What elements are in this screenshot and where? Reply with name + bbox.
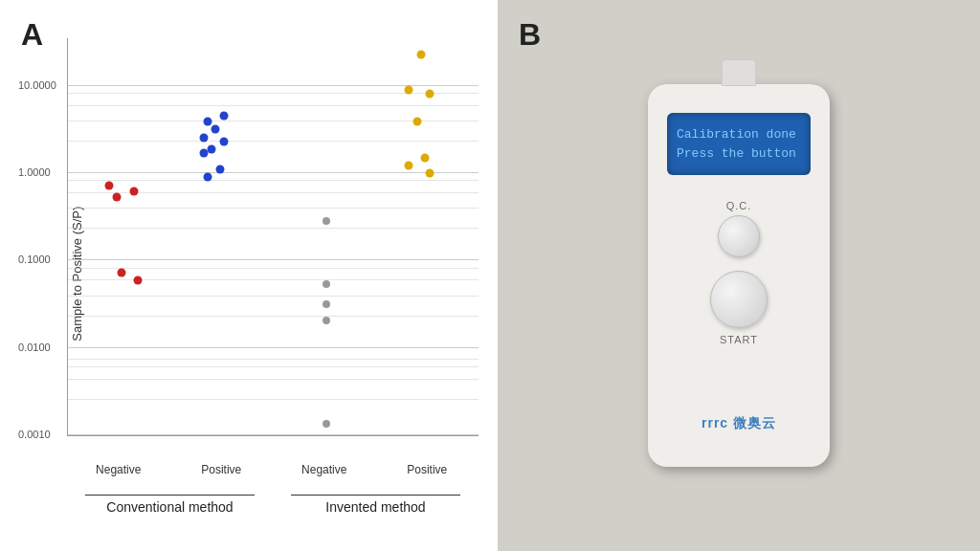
gridline-minor-15 — [68, 105, 479, 106]
gridline-minor-16 — [68, 93, 479, 94]
ytick-1000: 0.1000 — [18, 253, 51, 265]
dot-conv-pos-7 — [199, 149, 208, 158]
panel-label-a: A — [21, 17, 43, 53]
ytick-10000: 1.0000 — [18, 166, 51, 178]
dot-inv-neg-2 — [323, 280, 330, 288]
group-inv-label: Invented method — [325, 499, 425, 515]
gridline-minor-5 — [68, 316, 479, 317]
dot-inv-pos-4 — [412, 118, 421, 126]
ytick-100000: 10.0000 — [18, 79, 56, 91]
screen-line-2: Press the button — [677, 144, 801, 164]
x-conv-pos: Positive — [170, 463, 274, 476]
x-label-conv-pos: Positive — [201, 463, 241, 476]
dot-conv-pos-2 — [220, 111, 229, 120]
chart-panel: A Sample to Positive (S/P) 0.0010 0.0100… — [0, 0, 498, 551]
start-button[interactable] — [710, 271, 768, 328]
gridline-0: 0.0010 — [68, 434, 479, 435]
ytick-0010: 0.0010 — [18, 429, 51, 440]
dot-conv-neg-2 — [129, 187, 138, 195]
chart-area: 0.0010 0.0100 0.1000 1.0000 10.0000 — [67, 38, 479, 436]
gridline-minor-4 — [68, 359, 479, 360]
dot-conv-neg-3 — [104, 181, 113, 189]
dot-inv-neg-4 — [323, 317, 330, 324]
dot-inv-neg-5 — [323, 420, 330, 428]
x-label-inv-pos: Positive — [407, 463, 447, 476]
gridline-minor-12 — [68, 180, 479, 181]
x-axis-container: Negative Positive Negative Positive — [67, 463, 479, 476]
brand-label: rrrc 微奥云 — [702, 415, 776, 432]
device-panel: B Calibration done Press the button Q.C.… — [498, 0, 980, 551]
dot-conv-pos-6 — [208, 145, 216, 154]
x-inv-neg: Negative — [273, 463, 376, 476]
gridline-1: 0.0100 — [68, 347, 479, 348]
gridline-2: 0.1000 — [68, 259, 479, 260]
dot-conv-pos-9 — [203, 173, 212, 182]
dot-conv-pos-8 — [215, 165, 224, 173]
device-wrapper: Calibration done Press the button Q.C. S… — [498, 0, 980, 551]
gridline-minor-13 — [68, 141, 479, 142]
gridline-minor-8 — [68, 268, 479, 269]
gridline-minor-7 — [68, 279, 479, 280]
dot-conv-neg-5 — [133, 276, 142, 285]
dot-inv-pos-7 — [425, 169, 434, 178]
group-labels-row: Conventional method Invented method — [67, 495, 479, 516]
gridline-minor-10 — [68, 208, 479, 209]
x-inv-pos: Positive — [376, 463, 479, 476]
x-label-conv-neg: Negative — [96, 463, 141, 476]
ytick-0100: 0.0100 — [18, 342, 51, 353]
group-conv: Conventional method — [67, 495, 273, 516]
dot-conv-neg-4 — [117, 268, 125, 276]
dot-inv-neg-1 — [323, 217, 330, 225]
dot-conv-pos-4 — [199, 133, 208, 142]
panel-label-b: B — [519, 17, 541, 53]
dot-inv-pos-3 — [425, 90, 434, 99]
group-inv: Invented method — [273, 495, 479, 516]
dot-conv-pos-5 — [220, 137, 229, 145]
qc-button[interactable] — [718, 215, 760, 257]
dot-inv-pos-5 — [421, 153, 430, 162]
gridline-minor-6 — [68, 296, 479, 297]
group-inv-line — [291, 495, 459, 496]
screen-line-1: Calibration done — [677, 125, 801, 144]
gridline-4: 10.0000 — [68, 85, 479, 86]
device-plug — [722, 59, 756, 86]
dot-inv-pos-6 — [405, 161, 413, 169]
device: Calibration done Press the button Q.C. S… — [648, 84, 830, 467]
group-conv-label: Conventional method — [106, 499, 233, 515]
dot-conv-pos-1 — [203, 118, 212, 126]
dot-inv-pos-1 — [416, 50, 425, 58]
gridline-minor-3 — [68, 366, 479, 367]
gridline-minor-2 — [68, 379, 479, 380]
device-screen: Calibration done Press the button — [667, 113, 811, 175]
dot-inv-pos-2 — [405, 85, 413, 94]
gridline-minor-9 — [68, 228, 479, 229]
gridline-3: 1.0000 — [68, 172, 479, 173]
dot-conv-neg-1 — [113, 193, 122, 202]
group-conv-line — [85, 495, 254, 496]
start-label: START — [720, 334, 758, 345]
dot-conv-pos-3 — [212, 125, 220, 134]
dot-inv-neg-3 — [323, 300, 330, 308]
x-conv-neg: Negative — [67, 463, 170, 476]
x-label-inv-neg: Negative — [301, 463, 346, 476]
gridline-minor-1 — [68, 399, 479, 400]
qc-label: Q.C. — [726, 200, 752, 211]
